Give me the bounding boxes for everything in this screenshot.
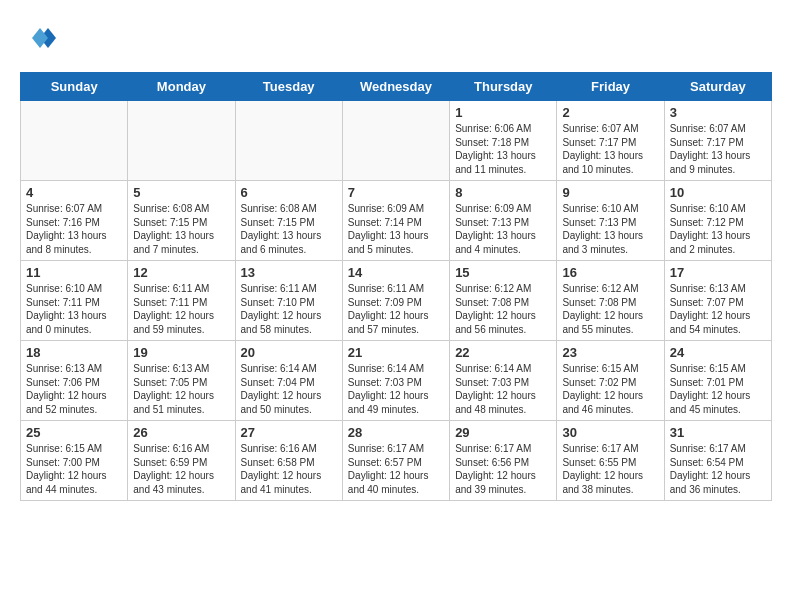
day-info: Sunrise: 6:11 AM Sunset: 7:10 PM Dayligh… [241, 282, 337, 336]
day-number: 6 [241, 185, 337, 200]
day-info: Sunrise: 6:15 AM Sunset: 7:00 PM Dayligh… [26, 442, 122, 496]
calendar-week-4: 18Sunrise: 6:13 AM Sunset: 7:06 PM Dayli… [21, 341, 772, 421]
calendar-day: 21Sunrise: 6:14 AM Sunset: 7:03 PM Dayli… [342, 341, 449, 421]
day-info: Sunrise: 6:17 AM Sunset: 6:55 PM Dayligh… [562, 442, 658, 496]
day-info: Sunrise: 6:17 AM Sunset: 6:54 PM Dayligh… [670, 442, 766, 496]
calendar-day: 27Sunrise: 6:16 AM Sunset: 6:58 PM Dayli… [235, 421, 342, 501]
calendar-day: 24Sunrise: 6:15 AM Sunset: 7:01 PM Dayli… [664, 341, 771, 421]
calendar-day: 14Sunrise: 6:11 AM Sunset: 7:09 PM Dayli… [342, 261, 449, 341]
day-info: Sunrise: 6:17 AM Sunset: 6:56 PM Dayligh… [455, 442, 551, 496]
day-info: Sunrise: 6:10 AM Sunset: 7:11 PM Dayligh… [26, 282, 122, 336]
weekday-header-friday: Friday [557, 73, 664, 101]
day-info: Sunrise: 6:08 AM Sunset: 7:15 PM Dayligh… [241, 202, 337, 256]
day-number: 20 [241, 345, 337, 360]
weekday-header-monday: Monday [128, 73, 235, 101]
logo-icon [20, 20, 56, 56]
day-info: Sunrise: 6:14 AM Sunset: 7:03 PM Dayligh… [455, 362, 551, 416]
calendar-day: 26Sunrise: 6:16 AM Sunset: 6:59 PM Dayli… [128, 421, 235, 501]
day-number: 27 [241, 425, 337, 440]
day-number: 10 [670, 185, 766, 200]
day-number: 17 [670, 265, 766, 280]
day-info: Sunrise: 6:15 AM Sunset: 7:02 PM Dayligh… [562, 362, 658, 416]
day-number: 11 [26, 265, 122, 280]
day-number: 31 [670, 425, 766, 440]
day-number: 3 [670, 105, 766, 120]
calendar-day: 18Sunrise: 6:13 AM Sunset: 7:06 PM Dayli… [21, 341, 128, 421]
day-number: 12 [133, 265, 229, 280]
day-number: 25 [26, 425, 122, 440]
weekday-header-wednesday: Wednesday [342, 73, 449, 101]
day-info: Sunrise: 6:16 AM Sunset: 6:59 PM Dayligh… [133, 442, 229, 496]
calendar-body: 1Sunrise: 6:06 AM Sunset: 7:18 PM Daylig… [21, 101, 772, 501]
calendar-day: 29Sunrise: 6:17 AM Sunset: 6:56 PM Dayli… [450, 421, 557, 501]
day-info: Sunrise: 6:06 AM Sunset: 7:18 PM Dayligh… [455, 122, 551, 176]
day-number: 15 [455, 265, 551, 280]
day-number: 9 [562, 185, 658, 200]
day-info: Sunrise: 6:14 AM Sunset: 7:03 PM Dayligh… [348, 362, 444, 416]
page-header [20, 20, 772, 56]
calendar-week-3: 11Sunrise: 6:10 AM Sunset: 7:11 PM Dayli… [21, 261, 772, 341]
calendar-day: 11Sunrise: 6:10 AM Sunset: 7:11 PM Dayli… [21, 261, 128, 341]
calendar-day: 3Sunrise: 6:07 AM Sunset: 7:17 PM Daylig… [664, 101, 771, 181]
calendar-week-5: 25Sunrise: 6:15 AM Sunset: 7:00 PM Dayli… [21, 421, 772, 501]
day-number: 7 [348, 185, 444, 200]
calendar-day: 16Sunrise: 6:12 AM Sunset: 7:08 PM Dayli… [557, 261, 664, 341]
logo [20, 20, 56, 56]
day-number: 24 [670, 345, 766, 360]
calendar-day [21, 101, 128, 181]
day-number: 13 [241, 265, 337, 280]
day-info: Sunrise: 6:11 AM Sunset: 7:09 PM Dayligh… [348, 282, 444, 336]
day-info: Sunrise: 6:07 AM Sunset: 7:17 PM Dayligh… [562, 122, 658, 176]
day-number: 18 [26, 345, 122, 360]
calendar-day: 31Sunrise: 6:17 AM Sunset: 6:54 PM Dayli… [664, 421, 771, 501]
calendar-day: 4Sunrise: 6:07 AM Sunset: 7:16 PM Daylig… [21, 181, 128, 261]
day-info: Sunrise: 6:07 AM Sunset: 7:17 PM Dayligh… [670, 122, 766, 176]
day-number: 19 [133, 345, 229, 360]
weekday-header-thursday: Thursday [450, 73, 557, 101]
calendar-day: 2Sunrise: 6:07 AM Sunset: 7:17 PM Daylig… [557, 101, 664, 181]
calendar-day [342, 101, 449, 181]
day-info: Sunrise: 6:10 AM Sunset: 7:13 PM Dayligh… [562, 202, 658, 256]
weekday-header-row: SundayMondayTuesdayWednesdayThursdayFrid… [21, 73, 772, 101]
calendar-header: SundayMondayTuesdayWednesdayThursdayFrid… [21, 73, 772, 101]
calendar-day: 20Sunrise: 6:14 AM Sunset: 7:04 PM Dayli… [235, 341, 342, 421]
day-info: Sunrise: 6:13 AM Sunset: 7:06 PM Dayligh… [26, 362, 122, 416]
day-info: Sunrise: 6:07 AM Sunset: 7:16 PM Dayligh… [26, 202, 122, 256]
calendar-day: 7Sunrise: 6:09 AM Sunset: 7:14 PM Daylig… [342, 181, 449, 261]
day-number: 22 [455, 345, 551, 360]
day-number: 1 [455, 105, 551, 120]
day-info: Sunrise: 6:10 AM Sunset: 7:12 PM Dayligh… [670, 202, 766, 256]
day-info: Sunrise: 6:14 AM Sunset: 7:04 PM Dayligh… [241, 362, 337, 416]
day-number: 26 [133, 425, 229, 440]
day-number: 8 [455, 185, 551, 200]
day-number: 5 [133, 185, 229, 200]
day-info: Sunrise: 6:15 AM Sunset: 7:01 PM Dayligh… [670, 362, 766, 416]
calendar-day: 8Sunrise: 6:09 AM Sunset: 7:13 PM Daylig… [450, 181, 557, 261]
calendar-day: 22Sunrise: 6:14 AM Sunset: 7:03 PM Dayli… [450, 341, 557, 421]
calendar-day: 30Sunrise: 6:17 AM Sunset: 6:55 PM Dayli… [557, 421, 664, 501]
calendar-day: 17Sunrise: 6:13 AM Sunset: 7:07 PM Dayli… [664, 261, 771, 341]
calendar-day: 5Sunrise: 6:08 AM Sunset: 7:15 PM Daylig… [128, 181, 235, 261]
calendar-day: 9Sunrise: 6:10 AM Sunset: 7:13 PM Daylig… [557, 181, 664, 261]
calendar-day: 13Sunrise: 6:11 AM Sunset: 7:10 PM Dayli… [235, 261, 342, 341]
day-info: Sunrise: 6:13 AM Sunset: 7:07 PM Dayligh… [670, 282, 766, 336]
day-number: 14 [348, 265, 444, 280]
calendar-day: 12Sunrise: 6:11 AM Sunset: 7:11 PM Dayli… [128, 261, 235, 341]
day-number: 21 [348, 345, 444, 360]
calendar-day: 28Sunrise: 6:17 AM Sunset: 6:57 PM Dayli… [342, 421, 449, 501]
day-info: Sunrise: 6:11 AM Sunset: 7:11 PM Dayligh… [133, 282, 229, 336]
calendar-week-2: 4Sunrise: 6:07 AM Sunset: 7:16 PM Daylig… [21, 181, 772, 261]
weekday-header-saturday: Saturday [664, 73, 771, 101]
day-info: Sunrise: 6:08 AM Sunset: 7:15 PM Dayligh… [133, 202, 229, 256]
day-number: 28 [348, 425, 444, 440]
day-info: Sunrise: 6:12 AM Sunset: 7:08 PM Dayligh… [562, 282, 658, 336]
day-number: 2 [562, 105, 658, 120]
day-number: 29 [455, 425, 551, 440]
day-number: 16 [562, 265, 658, 280]
calendar-day: 6Sunrise: 6:08 AM Sunset: 7:15 PM Daylig… [235, 181, 342, 261]
weekday-header-tuesday: Tuesday [235, 73, 342, 101]
day-info: Sunrise: 6:17 AM Sunset: 6:57 PM Dayligh… [348, 442, 444, 496]
calendar-day [235, 101, 342, 181]
day-number: 23 [562, 345, 658, 360]
day-number: 4 [26, 185, 122, 200]
